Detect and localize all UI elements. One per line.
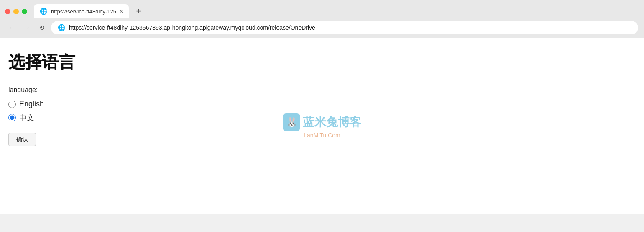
address-globe-icon: 🌐 <box>58 24 66 31</box>
chinese-radio[interactable] <box>8 114 16 121</box>
watermark-url: —LanMiTu.Com— <box>298 132 346 139</box>
tab-globe-icon: 🌐 <box>40 8 48 15</box>
page-title: 选择语言 <box>8 51 636 74</box>
address-bar[interactable]: 🌐 https://service-ft48dihy-1253567893.ap… <box>51 21 638 34</box>
minimize-window-button[interactable] <box>13 9 19 14</box>
chinese-label: 中文 <box>19 113 34 123</box>
language-label: language: <box>8 86 636 94</box>
page-content: 选择语言 language: English 中文 确认 🐰 蓝米兔博客 —La… <box>0 38 644 214</box>
language-radio-group: English 中文 <box>8 100 636 123</box>
traffic-lights <box>5 9 27 14</box>
close-window-button[interactable] <box>5 9 10 14</box>
address-text: https://service-ft48dihy-1253567893.ap-h… <box>69 24 315 31</box>
list-item[interactable]: English <box>8 100 636 108</box>
browser-chrome: 🌐 https://service-ft48dihy-125 × + ← → ↻… <box>0 0 644 38</box>
back-button[interactable]: ← <box>6 22 18 34</box>
english-radio[interactable] <box>8 101 16 108</box>
english-label: English <box>19 100 44 108</box>
new-tab-button[interactable]: + <box>132 5 145 18</box>
tab-label: https://service-ft48dihy-125 <box>51 8 116 15</box>
address-bar-row: ← → ↻ 🌐 https://service-ft48dihy-1253567… <box>0 18 644 38</box>
tab-close-button[interactable]: × <box>120 8 123 15</box>
list-item[interactable]: 中文 <box>8 113 636 123</box>
confirm-button[interactable]: 确认 <box>8 133 36 146</box>
reload-button[interactable]: ↻ <box>36 22 48 34</box>
title-bar: 🌐 https://service-ft48dihy-125 × + <box>0 0 644 18</box>
maximize-window-button[interactable] <box>22 9 27 14</box>
forward-button[interactable]: → <box>21 22 33 34</box>
browser-tab[interactable]: 🌐 https://service-ft48dihy-125 × <box>34 4 129 18</box>
